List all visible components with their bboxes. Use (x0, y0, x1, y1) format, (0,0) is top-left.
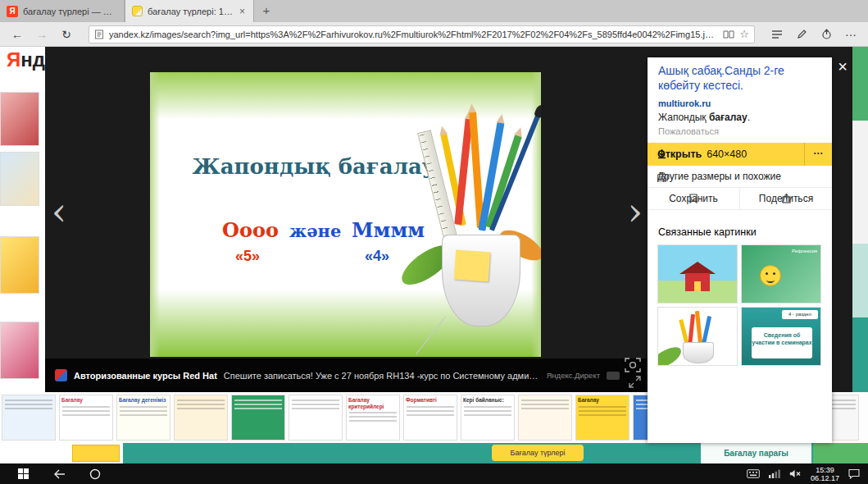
favorite-star-icon[interactable]: ☆ (739, 28, 749, 40)
open-more-options-button[interactable]: ··· (804, 143, 832, 166)
web-note-pen-icon[interactable] (791, 25, 812, 44)
zoom-focus-icon[interactable] (625, 358, 641, 372)
slide-word-mid: және (289, 221, 341, 241)
touch-keyboard-icon[interactable] (747, 469, 760, 478)
browser-toolbar: ← → ↻ yandex.kz/images/search?img_url=ht… (0, 22, 868, 47)
filmstrip-thumb[interactable]: Бағалау (59, 395, 113, 441)
filmstrip-thumb[interactable]: Формативті (403, 395, 457, 441)
reading-view-icon[interactable] (723, 30, 734, 39)
open-image-row: Открыть 640×480 ··· (648, 143, 832, 166)
slide-word-red: Oooo (222, 218, 279, 242)
hub-icon[interactable] (766, 25, 788, 44)
panel-actions-row: Сохранить Поделиться (648, 188, 832, 210)
image-title-link[interactable]: көбейту кестесі. (658, 79, 743, 92)
bottom-pill-label[interactable]: Бағалау түрлері (492, 445, 584, 461)
filmstrip-thumb[interactable] (518, 395, 572, 441)
images-favicon-icon (132, 6, 143, 16)
tab-title: бағалау түрлері — Яндекс: (23, 7, 117, 16)
share-arrow-icon (782, 194, 791, 203)
slide-title: Жапондық бағалау (175, 154, 453, 179)
main-image-slide[interactable]: Жапондық бағалау Oooo және Мммм «5» «4» (150, 72, 541, 357)
new-tab-button[interactable]: + (254, 0, 279, 22)
filmstrip-thumb[interactable] (231, 395, 285, 441)
bottom-right-label: Бағалау парағы (701, 443, 811, 463)
fullscreen-expand-icon[interactable] (629, 376, 641, 388)
ad-text: Спешите записаться! Уже с 27 ноября RH13… (224, 371, 540, 381)
tab-close-icon[interactable]: × (238, 6, 247, 17)
filmstrip-thumb[interactable] (289, 395, 343, 441)
image-info-panel: Ашық сабақ.Санды 2-ге көбейту кестесі. m… (648, 57, 832, 443)
filmstrip-thumb[interactable] (174, 395, 228, 441)
start-button[interactable] (5, 463, 41, 484)
action-center-icon[interactable] (848, 468, 860, 479)
ad-banner[interactable]: Авторизованные курсы Red Hat Спешите зап… (45, 358, 648, 392)
related-images-title: Связанные картинки (658, 226, 757, 238)
refresh-button[interactable]: ↻ (56, 25, 77, 44)
taskbar-clock[interactable]: 15:39 06.12.17 (811, 466, 839, 482)
windows-taskbar: 15:39 06.12.17 (0, 463, 868, 484)
related-image-seminar[interactable]: 4 - раздел Сведения об участии в семинар… (741, 307, 821, 366)
task-back-button[interactable] (41, 463, 77, 484)
save-button[interactable]: Сохранить (648, 188, 739, 209)
back-button[interactable]: ← (7, 25, 28, 44)
tab-bar: Я бағалау түрлері — Яндекс: бағалау түрл… (0, 0, 868, 22)
filmstrip-thumb[interactable]: Кері байланыс: (461, 395, 515, 441)
slide-grade-5: «5» (235, 248, 260, 265)
search-result-thumb[interactable] (0, 236, 39, 294)
ad-age-badge (607, 372, 620, 380)
share-icon[interactable] (816, 25, 837, 44)
slide-grade-4: «4» (365, 248, 389, 265)
smiley-icon (760, 265, 781, 286)
search-button[interactable] (77, 463, 113, 484)
sticky-note-icon (454, 250, 490, 282)
house-icon (679, 262, 716, 274)
ad-title: Авторизованные курсы Red Hat (74, 371, 217, 381)
search-result-thumb[interactable] (0, 322, 39, 379)
image-size-label: 640×480 (707, 148, 747, 160)
bottom-yellow-box (72, 445, 120, 462)
advertiser-logo-icon (55, 369, 67, 381)
volume-muted-icon[interactable] (789, 469, 802, 478)
network-icon[interactable] (769, 469, 780, 478)
report-link[interactable]: Пожаловаться (658, 126, 719, 136)
system-tray: 15:39 06.12.17 (747, 466, 863, 482)
tab-yandex[interactable]: Я бағалау түрлері — Яндекс: (0, 0, 125, 22)
address-bar[interactable]: yandex.kz/images/search?img_url=https%3A… (89, 25, 755, 43)
related-image-pencils[interactable] (657, 307, 738, 366)
filmstrip-thumb[interactable]: Бағалау дегеніміз (116, 395, 170, 441)
bottom-teal-band: Бағалау түрлері Бағалау парағы (123, 443, 868, 463)
related-chip: 4 - раздел (782, 310, 818, 319)
related-caption: Сведения об участии в семинарах (752, 327, 812, 358)
more-actions-button[interactable]: ··· (840, 25, 861, 44)
related-image-smiley[interactable]: Рефлексия (741, 244, 821, 304)
next-image-button[interactable]: › (623, 185, 648, 242)
tab-images-active[interactable]: бағалау түрлері: 10 тыс × (125, 0, 254, 22)
slide-word-blue: Мммм (352, 218, 425, 242)
image-title-link[interactable]: Ашық сабақ.Санды 2-ге (658, 64, 784, 77)
clock-date: 06.12.17 (811, 474, 839, 482)
open-image-button[interactable]: Открыть 640×480 (648, 143, 804, 166)
filmstrip-thumb[interactable] (2, 395, 56, 441)
other-sizes-button[interactable]: Другие размеры и похожие (648, 166, 832, 188)
search-result-thumb[interactable] (0, 152, 39, 206)
forward-button[interactable]: → (31, 25, 52, 44)
previous-image-button[interactable]: ‹ (47, 185, 71, 242)
clock-time: 15:39 (811, 466, 839, 474)
camera-icon (657, 172, 668, 181)
filmstrip-thumb[interactable]: Бағалау критерийлері (346, 395, 400, 441)
yandex-direct-label: Яндекс.Директ (546, 371, 600, 380)
search-result-thumb[interactable] (0, 92, 39, 146)
bookmark-icon (689, 194, 698, 203)
filmstrip-thumb[interactable]: Бағалау (575, 395, 629, 441)
source-site-link[interactable]: multiurok.ru (658, 98, 711, 108)
download-icon (657, 149, 666, 159)
tab-title: бағалау түрлері: 10 тыс (148, 7, 233, 16)
yandex-logo[interactable]: Янд (7, 48, 45, 71)
viewer-close-button[interactable]: × (833, 57, 852, 77)
pencils-illustration (420, 112, 540, 349)
share-button[interactable]: Поделиться (739, 188, 832, 209)
yandex-favicon-icon: Я (7, 6, 18, 17)
related-image-house[interactable] (657, 244, 738, 304)
yandex-images-page: Янд ‹ › Жапондық бағалау Oooo жән (0, 47, 868, 463)
screen: Я бағалау түрлері — Яндекс: бағалау түрл… (0, 0, 868, 484)
